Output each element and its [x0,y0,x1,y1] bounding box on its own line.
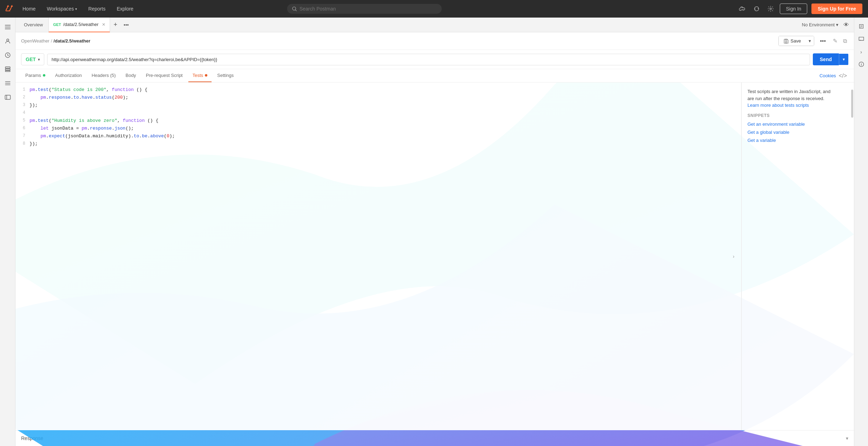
env-arrow-icon: ▾ [836,22,838,27]
snippets-scrollbar[interactable] [851,90,853,118]
tabs-bar: Overview GET /data/2.5/weather ✕ + ••• N… [15,18,854,32]
tab-params[interactable]: Params [21,69,50,82]
app-layout: Overview GET /data/2.5/weather ✕ + ••• N… [0,18,868,446]
tab-settings[interactable]: Settings [213,69,238,82]
nav-explore[interactable]: Explore [112,4,137,14]
sync-icon[interactable] [752,4,762,14]
save-main-button[interactable]: Save [779,36,806,46]
environment-eye-icon[interactable]: 👁 [841,22,851,28]
code-line-2: 2 pm.response.to.have.status(200); [15,94,741,102]
params-dot [43,74,45,77]
snippets-panel: Test scripts are written in JavaScript, … [741,83,854,430]
search-input[interactable] [299,6,437,12]
tab-authorization[interactable]: Authorization [51,69,86,82]
tab-pre-request[interactable]: Pre-request Script [142,69,187,82]
request-header: OpenWeather / /data/2.5/weather Save ▾ •… [15,32,854,50]
svg-rect-14 [5,69,10,70]
save-icon [784,39,789,44]
signup-button[interactable]: Sign Up for Free [811,4,862,14]
save-dropdown-button[interactable]: ▾ [806,36,814,46]
settings-icon[interactable] [766,4,776,14]
url-input[interactable] [47,54,810,65]
code-line-5: 5 pm.test("Humidity is above zero", func… [15,118,741,125]
method-label: GET [26,57,36,62]
snippet-item-2[interactable]: Get a global variable [747,130,848,135]
search-bar[interactable] [287,4,442,14]
editor-area: 1 pm.test("Status code is 200", function… [15,83,854,430]
method-selector[interactable]: GET ▾ [21,53,44,65]
tab-headers[interactable]: Headers (5) [88,69,120,82]
sidebar-env-icon[interactable] [2,77,14,89]
svg-point-11 [6,43,6,44]
environment-selector[interactable]: No Environment ▾ [799,22,841,27]
svg-point-25 [861,63,862,64]
code-editor[interactable]: 1 pm.test("Status code is 200", function… [15,83,741,430]
svg-line-1 [295,10,296,11]
right-sidebar: › [854,18,868,446]
svg-point-10 [7,39,9,41]
right-docs-icon[interactable] [856,21,867,32]
send-dropdown-button[interactable]: ▾ [839,54,848,65]
right-comments-icon[interactable] [856,34,867,44]
copy-icon[interactable]: ⧉ [842,37,848,46]
nav-reports[interactable]: Reports [84,4,110,14]
right-expand-icon[interactable]: › [856,46,867,57]
breadcrumb-parent: OpenWeather [21,38,50,44]
sidebar-user-icon[interactable] [2,35,14,47]
tab-tests[interactable]: Tests [188,69,212,82]
snippet-item-1[interactable]: Get an environment variable [747,122,848,127]
code-line-4: 4 [15,110,741,118]
learn-more-link[interactable]: Learn more about tests scripts [747,103,809,108]
code-line-1: 1 pm.test("Status code is 200", function… [15,87,741,94]
tab-path: /data/2.5/weather [63,22,98,27]
sidebar-menu-icon[interactable] [2,21,14,33]
code-line-6: 6 let jsonData = pm.response.json(); [15,125,741,133]
right-info-icon[interactable] [856,59,867,70]
tab-method: GET [53,22,61,27]
edit-icon[interactable]: ✎ [831,36,839,46]
code-line-8: 8 }); [15,141,741,149]
sidebar-collection-icon[interactable] [2,63,14,75]
cloud-icon[interactable] [738,4,747,14]
svg-point-6 [770,8,772,10]
tab-active-request[interactable]: GET /data/2.5/weather ✕ [48,18,110,32]
left-sidebar [0,18,15,446]
sidebar-history-icon[interactable] [2,49,14,61]
tabs-more-button[interactable]: ••• [121,22,132,28]
tab-overview[interactable]: Overview [18,18,48,32]
cookies-link[interactable]: Cookies [820,73,836,78]
svg-rect-18 [785,41,786,43]
breadcrumb-current: /data/2.5/weather [53,38,90,44]
sidebar-mock-icon[interactable] [2,91,14,103]
request-tabs: Params Authorization Headers (5) Body Pr… [15,69,854,83]
svg-rect-19 [785,39,786,40]
nav-home[interactable]: Home [18,4,40,14]
search-icon [292,6,297,11]
snippet-item-3[interactable]: Get a variable [747,138,848,143]
new-tab-button[interactable]: + [110,21,121,28]
tests-dot [205,74,207,77]
tab-close-icon[interactable]: ✕ [102,22,105,27]
response-label: Response [21,435,43,441]
panel-expand-icon[interactable]: › [733,254,734,259]
code-line-3: 3 }); [15,102,741,110]
snippets-title: SNIPPETS [747,113,848,118]
response-area: Response ▾ [15,430,854,446]
save-button-group[interactable]: Save ▾ [778,36,815,46]
main-content: Overview GET /data/2.5/weather ✕ + ••• N… [15,18,854,446]
tab-body[interactable]: Body [121,69,140,82]
code-line-7: 7 pm.expect(jsonData.main.humidity).to.b… [15,133,741,141]
code-icon[interactable]: </> [837,73,848,79]
send-button-group[interactable]: Send ▾ [813,53,848,65]
postman-logo: ⌰ [6,5,13,13]
signin-button[interactable]: Sign In [780,4,807,14]
top-navigation: ⌰ Home Workspaces ▾ Reports Explore Sign… [0,0,868,18]
svg-rect-16 [5,95,10,99]
svg-rect-15 [5,71,10,72]
breadcrumb-separator: / [51,38,52,44]
more-actions-button[interactable]: ••• [817,37,829,46]
send-button[interactable]: Send [813,53,839,65]
response-collapse-icon[interactable]: ▾ [846,435,848,441]
breadcrumb: OpenWeather / /data/2.5/weather [21,38,776,44]
nav-workspaces[interactable]: Workspaces ▾ [43,4,81,14]
